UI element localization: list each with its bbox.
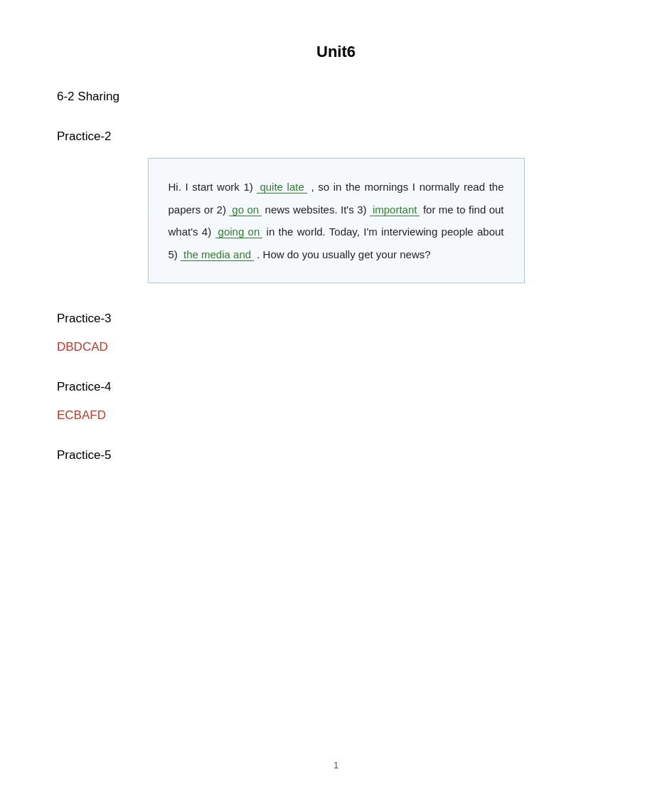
practice5-label: Practice-5 xyxy=(57,448,615,462)
practice2-content: Hi. I start work 1) quite late , so in t… xyxy=(169,176,504,265)
fill3: important xyxy=(370,203,420,216)
practice2-textbox: Hi. I start work 1) quite late , so in t… xyxy=(148,158,525,283)
practice4-answer: ECBAFD xyxy=(57,408,615,423)
practice3-answer: DBDCAD xyxy=(57,340,615,354)
practice3-label: Practice-3 xyxy=(57,312,615,326)
text-after2: news websites. It's 3) xyxy=(265,203,367,216)
page-number: 1 xyxy=(334,760,338,771)
fill1: quite late xyxy=(257,181,306,194)
text-after5: . How do you usually get your news? xyxy=(257,248,430,260)
fill2: go on xyxy=(229,203,262,216)
fill4: going on xyxy=(215,226,263,238)
text-intro: Hi. I start work 1) xyxy=(169,181,253,193)
practice2-label: Practice-2 xyxy=(57,129,615,144)
page: Unit6 6-2 Sharing Practice-2 Hi. I start… xyxy=(0,0,672,799)
section-heading: 6-2 Sharing xyxy=(57,90,615,104)
practice4-label: Practice-4 xyxy=(57,380,615,394)
page-title: Unit6 xyxy=(57,43,615,61)
fill5: the media and xyxy=(181,248,254,261)
